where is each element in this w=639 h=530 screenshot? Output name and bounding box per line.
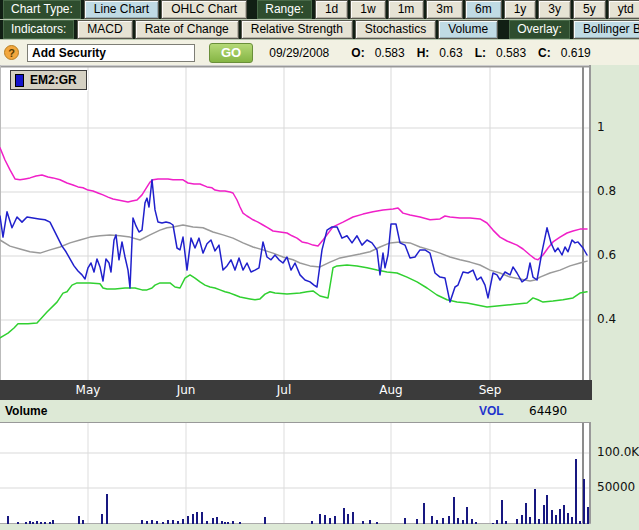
range-button-1w[interactable]: 1w — [350, 0, 385, 19]
quote-date: 09/29/2008 — [269, 46, 329, 60]
ohlc-value: 0.583 — [496, 46, 526, 60]
range-button-1m[interactable]: 1m — [388, 0, 425, 19]
overlay-button-group: Bollinger Bands — [573, 20, 639, 39]
quote-info: 09/29/2008 O:0.583H:0.63L:0.583C:0.619 — [269, 46, 591, 60]
indicator-button-stochastics[interactable]: Stochastics — [355, 20, 436, 39]
range-button-6m[interactable]: 6m — [465, 0, 502, 19]
ohlc-pair-c-: C:0.619 — [538, 46, 591, 60]
price-chart-plot[interactable] — [0, 65, 592, 380]
price-ytick-0-8: 0.8 — [597, 184, 616, 198]
month-tick-aug: Aug — [379, 383, 402, 397]
indicator-button-macd[interactable]: MACD — [77, 20, 132, 39]
chart-type-button-group: Line ChartOHLC Chart — [84, 0, 247, 19]
series-color-swatch — [15, 74, 24, 87]
price-ytick-1: 1 — [597, 120, 605, 134]
month-tick-sep: Sep — [479, 383, 502, 397]
overlay-label: Overlay: — [509, 20, 570, 39]
indicators-label: Indicators: — [3, 20, 74, 39]
legend-ticker: EM2:GR — [30, 73, 77, 87]
range-button-3y[interactable]: 3y — [538, 0, 571, 19]
price-chart-area: EM2:GR 10.80.60.4 — [0, 65, 639, 380]
ohlc-pair-h-: H:0.63 — [417, 46, 463, 60]
volume-panel: 100.0K50000 — [0, 422, 639, 524]
volume-title: Volume — [5, 404, 47, 418]
ohlc-value: 0.63 — [439, 46, 462, 60]
add-security-input[interactable] — [27, 44, 195, 62]
month-tick-jul: Jul — [277, 383, 291, 397]
price-ytick-0-4: 0.4 — [597, 312, 616, 326]
vol-readout-label: VOL — [479, 404, 504, 418]
indicator-button-volume[interactable]: Volume — [438, 20, 498, 39]
quote-bar: ? GO 09/29/2008 O:0.583H:0.63L:0.583C:0.… — [0, 40, 639, 65]
volume-header: Volume VOL 64490 — [0, 400, 639, 422]
vol-readout-value: 64490 — [529, 404, 567, 418]
legend-chip[interactable]: EM2:GR — [10, 70, 87, 90]
ohlc-readout: O:0.583H:0.63L:0.583C:0.619 — [339, 46, 590, 60]
price-ytick-0-6: 0.6 — [597, 248, 616, 262]
ohlc-pair-o-: O:0.583 — [351, 46, 404, 60]
ohlc-label: O: — [351, 46, 364, 60]
volume-ytick-50000: 50000 — [597, 480, 635, 494]
ohlc-label: H: — [417, 46, 430, 60]
x-axis-bar: MayJunJulAugSep — [0, 380, 592, 400]
range-label: Range: — [257, 0, 312, 19]
ohlc-value: 0.583 — [375, 46, 405, 60]
range-button-3m[interactable]: 3m — [426, 0, 463, 19]
range-button-5y[interactable]: 5y — [573, 0, 606, 19]
range-button-group: 1d1w1m3m6m1y3y5yytd — [315, 0, 639, 19]
ohlc-pair-l-: L:0.583 — [475, 46, 526, 60]
overlay-button-bollinger-bands[interactable]: Bollinger Bands — [573, 20, 639, 39]
indicators-toolbar: Indicators: MACDRate of ChangeRelative S… — [0, 20, 639, 40]
ohlc-value: 0.619 — [561, 46, 591, 60]
range-button-1y[interactable]: 1y — [504, 0, 537, 19]
month-tick-jun: Jun — [177, 383, 196, 397]
indicator-button-rate-of-change[interactable]: Rate of Change — [135, 20, 239, 39]
chart-type-button-ohlc-chart[interactable]: OHLC Chart — [161, 0, 247, 19]
go-button[interactable]: GO — [209, 43, 253, 63]
chart-type-toolbar: Chart Type: Line ChartOHLC Chart Range: … — [0, 0, 639, 20]
chart-type-button-line-chart[interactable]: Line Chart — [84, 0, 159, 19]
ohlc-label: L: — [475, 46, 486, 60]
indicator-button-relative-strength[interactable]: Relative Strength — [241, 20, 353, 39]
range-button-ytd[interactable]: ytd — [608, 0, 639, 19]
ohlc-label: C: — [538, 46, 551, 60]
help-icon[interactable]: ? — [4, 45, 19, 60]
volume-ytick-100-0k: 100.0K — [597, 445, 639, 459]
bottom-margin — [0, 524, 639, 530]
indicator-button-group: MACDRate of ChangeRelative StrengthStoch… — [77, 20, 498, 39]
range-button-1d[interactable]: 1d — [315, 0, 348, 19]
month-tick-may: May — [76, 383, 101, 397]
chart-type-label: Chart Type: — [3, 0, 81, 19]
volume-plot[interactable] — [0, 422, 592, 524]
